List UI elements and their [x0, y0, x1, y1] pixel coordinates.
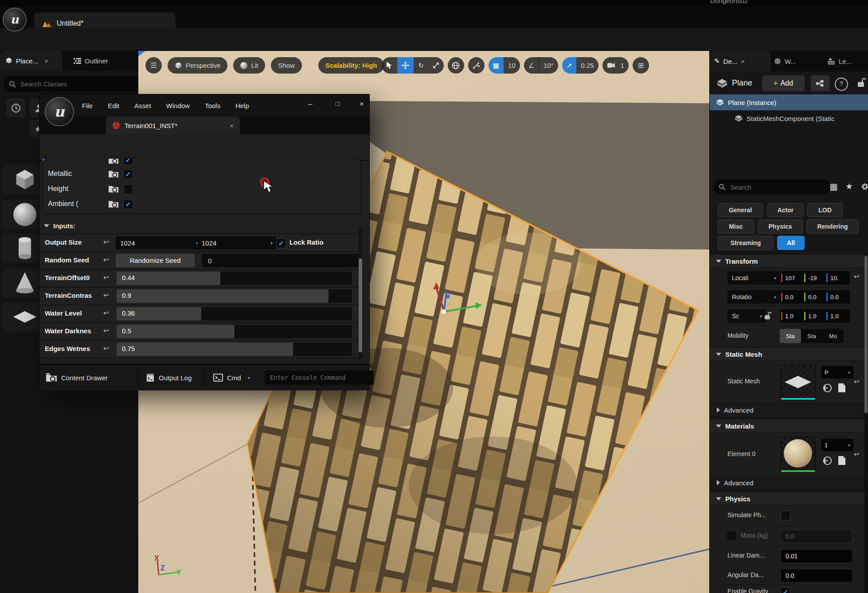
- surface-snapping-button[interactable]: [468, 57, 485, 74]
- params-scrollbar[interactable]: [359, 227, 362, 359]
- details-search-field[interactable]: [713, 179, 831, 195]
- inputs-section-header[interactable]: Inputs:: [44, 222, 75, 230]
- unreal-logo-icon[interactable]: u: [3, 8, 27, 31]
- add-component-button[interactable]: + Add: [762, 75, 805, 91]
- use-selected-icon[interactable]: [822, 383, 833, 393]
- favorites-star-icon[interactable]: ★: [845, 181, 853, 191]
- unlock-icon[interactable]: [857, 78, 866, 88]
- scale-z-field[interactable]: 1.0: [825, 309, 850, 323]
- section-static-mesh[interactable]: Static Mesh: [710, 347, 868, 361]
- filter-actor[interactable]: Actor: [767, 203, 804, 217]
- console-command-field[interactable]: [265, 371, 374, 385]
- reset-param-icon[interactable]: ↩: [103, 291, 109, 299]
- lit-dropdown[interactable]: Lit: [233, 57, 265, 74]
- scale-tool-button[interactable]: [428, 57, 444, 74]
- search-classes-field[interactable]: [4, 76, 145, 92]
- camera-speed-value[interactable]: 1: [620, 57, 629, 74]
- close-icon[interactable]: ×: [741, 58, 745, 65]
- cmd-dropdown[interactable]: Cmd ▾: [213, 365, 250, 390]
- lock-ratio-checkbox[interactable]: [276, 238, 286, 248]
- use-selected-icon[interactable]: [822, 456, 833, 466]
- mobility-static[interactable]: Sta: [780, 329, 801, 343]
- perspective-dropdown[interactable]: Perspective: [168, 57, 227, 74]
- tab-place-actors[interactable]: Place... ×: [0, 51, 62, 70]
- filter-misc[interactable]: Misc: [718, 219, 754, 234]
- select-tool-button[interactable]: [382, 57, 397, 74]
- menu-tools[interactable]: Tools: [205, 102, 220, 109]
- maximize-button[interactable]: □: [336, 100, 340, 107]
- materials-advanced[interactable]: Advanced: [710, 476, 868, 489]
- tab-terrain-instance[interactable]: Terrain001_INST* ×: [106, 117, 240, 134]
- material-asset-dropdown[interactable]: 1▾: [821, 439, 853, 451]
- texture-picker-icon[interactable]: [108, 158, 119, 165]
- reset-param-icon[interactable]: ↩: [103, 238, 109, 246]
- ambient-checkbox[interactable]: [123, 199, 133, 209]
- scrollbar-thumb[interactable]: [864, 256, 868, 413]
- menu-help[interactable]: Help: [235, 102, 249, 109]
- location-z-field[interactable]: 10.: [825, 271, 850, 285]
- scale-snap-toggle[interactable]: ↗: [562, 57, 577, 74]
- component-tree-child[interactable]: StaticMeshComponent (Static: [710, 110, 868, 126]
- tab-details[interactable]: ✎ De... ×: [710, 51, 771, 71]
- content-drawer-button[interactable]: Content Drawer: [46, 365, 108, 390]
- seed-value-input[interactable]: [207, 257, 342, 265]
- scale-y-field[interactable]: 1.0: [803, 309, 827, 323]
- terrain-offset-slider[interactable]: 0.44: [117, 272, 352, 285]
- scalability-badge[interactable]: Scalability: High: [318, 57, 384, 74]
- texture-picker-icon[interactable]: [108, 184, 119, 194]
- close-icon[interactable]: ×: [230, 122, 234, 129]
- close-icon[interactable]: ×: [44, 57, 48, 65]
- angular-damping-field[interactable]: 0.0: [781, 569, 852, 582]
- filter-general[interactable]: General: [718, 203, 763, 217]
- scale-dropdown[interactable]: Sc▾: [727, 309, 766, 323]
- output-width-dropdown[interactable]: 1024▾: [116, 236, 202, 250]
- scrollbar-thumb[interactable]: [359, 258, 362, 352]
- rotation-x-field[interactable]: 0.0: [780, 290, 805, 304]
- display-filter-icon[interactable]: ▦: [829, 181, 838, 192]
- tab-outliner[interactable]: Outliner: [68, 51, 113, 70]
- search-classes-input[interactable]: [20, 80, 123, 88]
- move-tool-button[interactable]: [397, 57, 414, 74]
- material-thumbnail[interactable]: [781, 437, 815, 472]
- menu-file[interactable]: File: [82, 102, 93, 109]
- section-materials[interactable]: Materials: [710, 419, 868, 433]
- metallic-checkbox[interactable]: [123, 169, 133, 179]
- details-scrollbar[interactable]: [864, 253, 868, 593]
- mobility-movable[interactable]: Mo: [822, 329, 844, 343]
- water-darkness-slider[interactable]: 0.5: [117, 325, 352, 338]
- scale-unlock-icon[interactable]: [764, 312, 771, 320]
- output-height-dropdown[interactable]: 1024▾: [197, 236, 276, 250]
- randomize-seed-button[interactable]: Randomize Seed: [116, 254, 195, 267]
- static-mesh-advanced[interactable]: Advanced: [710, 403, 868, 417]
- world-local-toggle[interactable]: [448, 57, 464, 74]
- scale-x-field[interactable]: 1.0: [780, 309, 805, 323]
- rotation-z-field[interactable]: 0.0: [825, 290, 850, 304]
- section-transform[interactable]: Transform: [710, 254, 868, 268]
- filter-lod[interactable]: LOD: [807, 203, 843, 217]
- mobility-stationary[interactable]: Sta: [801, 329, 822, 343]
- reset-param-icon[interactable]: ↩: [103, 256, 109, 264]
- tab-levels[interactable]: Le...: [823, 51, 856, 71]
- reset-param-icon[interactable]: ↩: [103, 344, 109, 352]
- water-level-slider[interactable]: 0.36: [117, 307, 352, 320]
- enable-gravity-checkbox[interactable]: [781, 587, 790, 593]
- help-icon[interactable]: ?: [835, 78, 848, 91]
- rotation-snap-value[interactable]: 10°: [539, 57, 558, 74]
- menu-edit[interactable]: Edit: [108, 102, 119, 109]
- grid-snap-toggle[interactable]: ▦: [489, 57, 504, 74]
- output-log-button[interactable]: Output Log: [146, 365, 192, 390]
- browse-asset-icon[interactable]: [838, 383, 846, 393]
- reset-param-icon[interactable]: ↩: [103, 273, 109, 281]
- grid-snap-value[interactable]: 10: [504, 57, 520, 74]
- filter-streaming[interactable]: Streaming: [718, 236, 774, 250]
- console-command-input[interactable]: [269, 374, 369, 382]
- filter-physics[interactable]: Physics: [758, 219, 803, 234]
- menu-window[interactable]: Window: [166, 102, 190, 109]
- camera-speed-button[interactable]: [602, 57, 620, 74]
- static-mesh-thumbnail[interactable]: [781, 365, 815, 400]
- reset-param-icon[interactable]: ↩: [103, 327, 109, 335]
- scale-snap-value[interactable]: 0.25: [576, 57, 598, 74]
- section-physics[interactable]: Physics: [710, 492, 868, 505]
- rotation-dropdown[interactable]: Rotatio▾: [727, 290, 780, 304]
- reset-param-icon[interactable]: ↩: [103, 309, 109, 317]
